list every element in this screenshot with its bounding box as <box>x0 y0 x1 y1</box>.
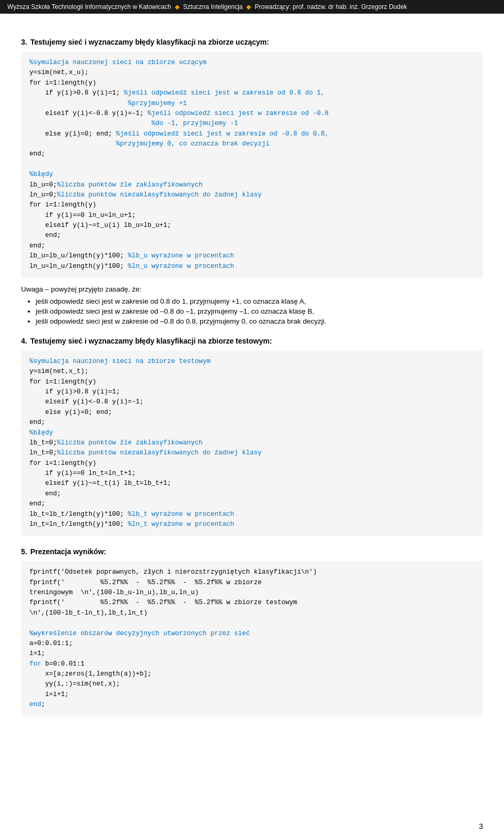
diamond-icon-2: ◆ <box>246 3 251 11</box>
school-name: Wyższa Szkoła Technologii Informatycznyc… <box>7 3 171 11</box>
section5-heading: 5. Prezentacja wyników: <box>21 547 483 556</box>
bullet-list: jeśli odpowiedź sieci jest w zakresie od… <box>36 297 483 325</box>
uwaga-note: Uwaga – powyżej przyjęto zasadę, że: <box>21 285 483 293</box>
section4-title: Testujemy sieć i wyznaczamy błędy klasyf… <box>30 337 272 345</box>
section3-num: 3. <box>21 38 27 46</box>
bullet-item-1: jeśli odpowiedź sieci jest w zakresie od… <box>36 307 483 315</box>
header-bar: Wyższa Szkoła Technologii Informatycznyc… <box>0 0 504 14</box>
bullet-item-0: jeśli odpowiedź sieci jest w zakresie od… <box>36 297 483 305</box>
section5-title: Prezentacja wyników: <box>30 547 107 556</box>
code-block-section3: %symulacja nauczonej sieci na zbiorze uc… <box>21 51 483 278</box>
section3-title: Testujemy sieć i wyznaczamy błędy klasyf… <box>30 38 269 46</box>
bullet-item-2: jeśli odpowiedź sieci jest w zakresie od… <box>36 317 483 325</box>
section4-num: 4. <box>21 337 27 345</box>
code-block-section5: fprintf('Odsetek poprawnych, złych i nie… <box>21 561 483 716</box>
code-block-section4: %symulacja nauczonej sieci na zbiorze te… <box>21 350 483 536</box>
page-number: 3 <box>479 822 483 831</box>
section5-num: 5. <box>21 547 27 556</box>
subject-name: Sztuczna Inteligencja <box>183 3 243 11</box>
section4-heading: 4. Testujemy sieć i wyznaczamy błędy kla… <box>21 337 483 345</box>
diamond-icon-1: ◆ <box>175 3 180 11</box>
section3-heading: 3. Testujemy sieć i wyznaczamy błędy kla… <box>21 38 483 46</box>
instructor-name: Prowadzący: prof. nadzw. dr hab. inż. Gr… <box>255 3 407 11</box>
